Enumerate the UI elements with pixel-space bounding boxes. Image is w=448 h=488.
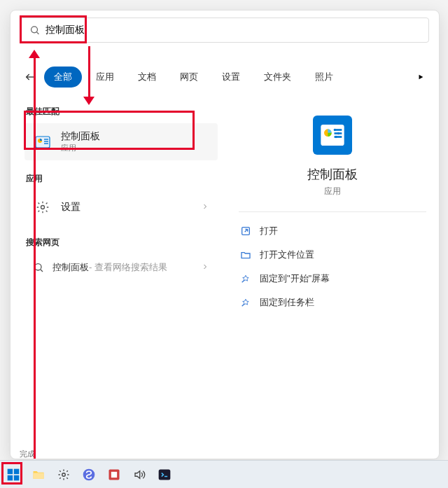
start-button[interactable] [3, 464, 24, 485]
tab-folders[interactable]: 文件夹 [254, 67, 301, 88]
app-button[interactable] [104, 464, 125, 485]
web-hint: - 查看网络搜索结果 [89, 261, 167, 274]
svg-line-11 [41, 270, 43, 272]
mobaxterm-button[interactable] [154, 464, 175, 485]
gear-icon [33, 197, 52, 217]
svg-rect-33 [159, 469, 171, 480]
app-icon [107, 468, 121, 482]
svg-marker-32 [135, 470, 140, 478]
svg-rect-24 [14, 468, 20, 474]
svg-point-9 [41, 206, 45, 209]
speaker-icon [133, 468, 146, 481]
status-text: 完成 [20, 449, 35, 459]
svg-line-21 [242, 281, 244, 283]
play-icon [417, 74, 424, 81]
svg-line-1 [37, 32, 39, 34]
web-query: 控制面板 [52, 261, 89, 274]
arrow-left-icon [24, 71, 36, 83]
result-subtitle: 应用 [61, 143, 100, 153]
preview-title: 控制面板 [307, 166, 358, 183]
folder-icon [240, 249, 251, 260]
chevron-right-icon [201, 201, 209, 214]
svg-rect-23 [8, 468, 13, 474]
svg-rect-12 [321, 125, 344, 146]
taskbar [0, 460, 448, 488]
action-label: 固定到任务栏 [260, 296, 314, 309]
preview-card: 控制面板 应用 [239, 107, 426, 219]
result-control-panel[interactable]: 控制面板 应用 [24, 123, 218, 160]
preview-subtitle: 应用 [324, 186, 341, 197]
explorer-button[interactable] [28, 464, 49, 485]
section-search-web: 搜索网页 [26, 237, 218, 249]
tab-photos[interactable]: 照片 [305, 67, 343, 88]
action-pin-taskbar[interactable]: 固定到任务栏 [239, 291, 426, 314]
svg-line-22 [242, 305, 244, 307]
result-settings[interactable]: 设置 [24, 190, 218, 224]
filter-tabs: 全部 应用 文档 网页 设置 文件夹 照片 [20, 65, 429, 89]
back-button[interactable] [20, 67, 40, 87]
tab-docs[interactable]: 文档 [128, 67, 166, 88]
open-icon [240, 225, 251, 237]
svg-rect-25 [8, 475, 13, 480]
action-label: 固定到"开始"屏幕 [260, 272, 330, 285]
tab-web[interactable]: 网页 [170, 67, 208, 88]
settings-taskbar-button[interactable] [53, 464, 74, 485]
svg-point-28 [62, 473, 66, 476]
svg-point-0 [31, 27, 38, 33]
divider [239, 211, 426, 212]
svg-rect-4 [36, 137, 50, 148]
tabs-more-button[interactable] [412, 69, 429, 85]
folder-icon [31, 468, 46, 482]
result-title: 设置 [61, 201, 80, 214]
svg-rect-31 [111, 471, 117, 477]
result-title: 控制面板 [61, 130, 100, 143]
search-bar[interactable] [20, 18, 429, 43]
sogou-button[interactable] [78, 464, 99, 485]
sogou-icon [82, 468, 96, 482]
control-panel-large-icon [313, 116, 352, 155]
pin-icon [240, 297, 251, 308]
volume-button[interactable] [129, 464, 150, 485]
terminal-icon [158, 468, 172, 482]
preview-column: 控制面板 应用 打开 打开文件位置 固定到"开始"屏幕 固定到任务栏 [226, 95, 439, 459]
svg-point-17 [334, 129, 336, 131]
svg-point-10 [35, 264, 41, 270]
tab-apps[interactable]: 应用 [86, 67, 124, 88]
search-icon [29, 25, 40, 36]
svg-point-18 [337, 132, 340, 134]
svg-rect-26 [14, 475, 20, 480]
svg-rect-27 [34, 473, 44, 478]
search-icon [33, 262, 44, 273]
chevron-right-icon [201, 261, 209, 274]
action-label: 打开文件位置 [260, 249, 314, 261]
section-best-match: 最佳匹配 [26, 106, 218, 118]
svg-marker-3 [419, 75, 424, 80]
results-column: 最佳匹配 控制面板 应用 应用 设置 [10, 95, 226, 459]
section-apps: 应用 [26, 173, 218, 185]
windows-icon [6, 468, 20, 482]
result-web-search[interactable]: 控制面板 - 查看网络搜索结果 [24, 254, 218, 281]
search-panel: 全部 应用 文档 网页 设置 文件夹 照片 最佳匹配 控制面板 应用 应用 [10, 10, 440, 459]
action-open[interactable]: 打开 [239, 219, 426, 243]
search-input[interactable] [46, 25, 420, 36]
gear-icon [57, 468, 70, 481]
content-area: 最佳匹配 控制面板 应用 应用 设置 [10, 95, 439, 459]
action-pin-start[interactable]: 固定到"开始"屏幕 [239, 267, 426, 291]
tab-settings[interactable]: 设置 [212, 67, 250, 88]
pin-icon [240, 273, 251, 284]
tab-all[interactable]: 全部 [44, 67, 82, 88]
action-open-location[interactable]: 打开文件位置 [239, 243, 426, 267]
action-label: 打开 [260, 225, 278, 237]
svg-point-19 [335, 136, 337, 138]
control-panel-icon [33, 132, 52, 152]
